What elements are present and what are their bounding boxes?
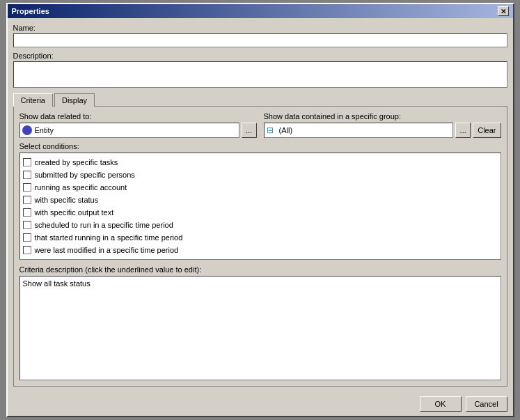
dialog-footer: OK Cancel — [8, 392, 513, 416]
show-data-col: Show data related to: Entity ... — [19, 112, 257, 138]
checkbox-created-by-tasks[interactable] — [23, 158, 31, 166]
condition-that-started-running: that started running in a specific time … — [23, 231, 498, 244]
condition-with-specific-output: with specific output text — [23, 206, 498, 219]
entity-input-group: Entity ... — [19, 123, 257, 138]
checkbox-running-as-account[interactable] — [23, 183, 31, 192]
dialog-body: Name: Description: Criteria Display Show… — [8, 18, 513, 392]
condition-label-were-last-modified: were last modified in a specific time pe… — [35, 246, 179, 254]
select-conditions-label: Select conditions: — [19, 142, 501, 150]
criteria-description-label: Criteria description (click the underlin… — [19, 265, 501, 274]
name-input[interactable] — [13, 33, 507, 47]
checkbox-that-started-running[interactable] — [23, 233, 31, 242]
description-label: Description: — [13, 52, 507, 60]
properties-dialog: Properties ✕ Name: Description: Criteria… — [6, 3, 514, 417]
condition-with-specific-status: with specific status — [23, 194, 498, 206]
entity-browse-button[interactable]: ... — [242, 123, 257, 138]
condition-created-by-tasks: created by specific tasks — [23, 156, 498, 169]
checkbox-with-specific-output[interactable] — [23, 208, 31, 217]
checkbox-scheduled-to-run[interactable] — [23, 221, 31, 229]
condition-scheduled-to-run: scheduled to run in a specific time peri… — [23, 219, 498, 231]
condition-label-with-specific-status: with specific status — [35, 196, 99, 204]
name-label: Name: — [13, 24, 507, 32]
checkbox-with-specific-status[interactable] — [23, 196, 31, 204]
condition-label-running-as-account: running as specific account — [35, 183, 127, 192]
condition-label-submitted-by-persons: submitted by specific persons — [35, 171, 135, 179]
conditions-box: created by specific tasks submitted by s… — [19, 153, 501, 260]
checkbox-submitted-by-persons[interactable] — [23, 171, 31, 179]
description-input[interactable] — [13, 61, 507, 88]
name-group: Name: — [13, 24, 507, 47]
show-group-col: Show data contained in a specific group:… — [264, 112, 501, 138]
entity-field[interactable]: Entity — [19, 123, 239, 138]
condition-label-with-specific-output: with specific output text — [35, 208, 114, 217]
tab-criteria[interactable]: Criteria — [13, 93, 53, 107]
condition-running-as-account: running as specific account — [23, 181, 498, 194]
tab-display[interactable]: Display — [54, 93, 95, 107]
condition-submitted-by-persons: submitted by specific persons — [23, 169, 498, 181]
cancel-button[interactable]: Cancel — [466, 396, 507, 412]
entity-value: Entity — [35, 126, 54, 134]
tabs-container: Criteria Display — [13, 93, 507, 107]
criteria-description-section: Criteria description (click the underlin… — [19, 265, 501, 380]
condition-label-scheduled-to-run: scheduled to run in a specific time peri… — [35, 221, 173, 229]
condition-label-created-by-tasks: created by specific tasks — [35, 158, 118, 166]
dialog-title: Properties — [12, 7, 49, 15]
criteria-description-box: Show all task status — [19, 276, 501, 380]
group-value: (All) — [279, 126, 293, 134]
clear-button[interactable]: Clear — [473, 123, 501, 138]
group-browse-button[interactable]: ... — [455, 123, 471, 138]
group-icon — [267, 125, 276, 135]
group-input-group: (All) ... Clear — [264, 123, 501, 138]
close-button[interactable]: ✕ — [498, 6, 509, 16]
description-group: Description: — [13, 52, 507, 89]
criteria-two-col: Show data related to: Entity ... Show da… — [19, 112, 501, 138]
tab-content-criteria: Show data related to: Entity ... Show da… — [13, 106, 507, 387]
entity-icon — [22, 125, 32, 135]
checkbox-were-last-modified[interactable] — [23, 246, 31, 254]
title-bar: Properties ✕ — [8, 4, 513, 18]
show-data-label: Show data related to: — [19, 112, 257, 120]
group-field[interactable]: (All) — [264, 123, 454, 138]
ok-button[interactable]: OK — [420, 396, 462, 412]
criteria-description-text: Show all task status — [23, 279, 90, 288]
condition-were-last-modified: were last modified in a specific time pe… — [23, 244, 498, 256]
show-group-label: Show data contained in a specific group: — [264, 112, 501, 120]
condition-label-that-started-running: that started running in a specific time … — [35, 233, 183, 242]
